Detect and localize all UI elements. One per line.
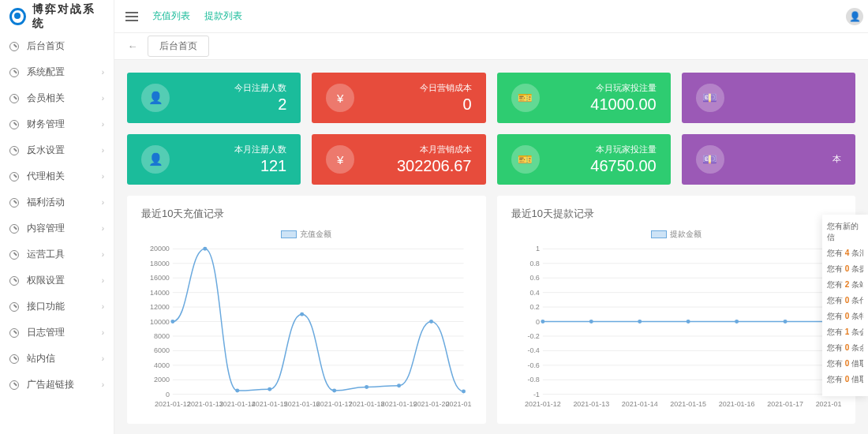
menu-item-icon (9, 146, 19, 155)
menu-item-label: 财务管理 (27, 118, 65, 131)
sidebar-item-content[interactable]: 内容管理› (0, 215, 114, 241)
notification-item[interactable]: 您有 0 条余 (827, 342, 863, 354)
stat-icon: 🎫 (511, 145, 540, 174)
main-area: 充值列表 提款列表 ← 后台首页 👤今日注册人数2¥今日营销成本0🎫今日玩家投注… (114, 0, 868, 434)
tab-home[interactable]: 后台首页 (148, 36, 209, 57)
menu-item-icon (9, 198, 19, 208)
stat-card: ¥本月营销成本302206.67 (312, 134, 485, 185)
chevron-right-icon: › (102, 146, 104, 155)
notification-item[interactable]: 您有 0 借取 (827, 374, 863, 385)
menu-item-icon (9, 380, 19, 390)
sidebar-item-home[interactable]: 后台首页 (0, 33, 114, 59)
notification-item[interactable]: 您有 0 条特 (827, 311, 863, 322)
hamburger-icon[interactable] (125, 12, 138, 21)
notification-header: 您有新的信 (827, 221, 863, 243)
notification-item[interactable]: 您有 4 条汇 (827, 248, 863, 259)
sidebar-item-welfare[interactable]: 福利活动› (0, 189, 114, 215)
stat-card: 💷 (682, 73, 855, 123)
stat-label: 今日营销成本 (354, 82, 471, 94)
stat-value: 46750.00 (540, 157, 657, 175)
svg-text:0.2: 0.2 (529, 303, 539, 311)
chart-panel-withdraw: 最近10天提款记录 提款金额 -1-0.8-0.6-0.4-0.200.20.4… (497, 196, 856, 424)
sidebar: 博弈对战系统 后台首页系统配置›会员相关›财务管理›反水设置›代理相关›福利活动… (0, 0, 114, 434)
stat-label: 本月注册人数 (170, 144, 286, 155)
sidebar-item-api[interactable]: 接口功能› (0, 294, 114, 320)
menu-item-label: 会员相关 (27, 92, 65, 105)
svg-text:-0.2: -0.2 (527, 332, 539, 340)
menu-item-label: 后台首页 (27, 39, 65, 53)
stat-icon: ¥ (326, 84, 354, 112)
sidebar-item-log[interactable]: 日志管理› (0, 320, 114, 346)
stat-label: 今日注册人数 (170, 82, 286, 94)
chevron-right-icon: › (102, 198, 104, 207)
svg-text:2021-01-17: 2021-01-17 (316, 400, 353, 408)
chart-recharge: 0200040006000800010000120001400016000180… (141, 245, 472, 410)
menu-item-icon (9, 276, 19, 286)
menu-item-label: 广告超链接 (27, 378, 74, 391)
stat-card: ¥今日营销成本0 (312, 73, 485, 123)
svg-point-75 (735, 320, 739, 324)
stat-row-today: 👤今日注册人数2¥今日营销成本0🎫今日玩家投注量41000.00💷 (127, 73, 855, 123)
chevron-right-icon: › (102, 172, 104, 181)
sidebar-menu: 后台首页系统配置›会员相关›财务管理›反水设置›代理相关›福利活动›内容管理›运… (0, 33, 114, 398)
svg-point-39 (397, 383, 401, 387)
menu-item-icon (9, 68, 19, 77)
notification-item[interactable]: 您有 0 条提 (827, 264, 863, 275)
svg-point-37 (332, 389, 336, 393)
svg-text:2021-01-12: 2021-01-12 (524, 400, 560, 408)
svg-text:2021-01-14: 2021-01-14 (621, 400, 657, 408)
svg-point-74 (686, 320, 690, 324)
tab-prev-icon[interactable]: ← (125, 39, 140, 54)
stat-label: 今日玩家投注量 (540, 82, 657, 94)
sidebar-item-ad[interactable]: 广告超链接› (0, 372, 114, 398)
menu-item-icon (9, 94, 19, 103)
svg-text:0.8: 0.8 (529, 260, 539, 268)
svg-text:2021-01-12: 2021-01-12 (155, 400, 191, 408)
menu-item-icon (9, 120, 19, 129)
logo-icon (9, 8, 26, 25)
chart-legend: 充值金额 (141, 229, 472, 240)
avatar[interactable]: 👤 (846, 8, 863, 25)
menu-item-icon (9, 250, 19, 260)
topbar-link-withdraw[interactable]: 提款列表 (204, 9, 242, 23)
svg-point-41 (462, 390, 466, 394)
notification-item[interactable]: 您有 1 条会 (827, 327, 863, 338)
sidebar-item-mail[interactable]: 站内信› (0, 346, 114, 372)
svg-text:8000: 8000 (154, 332, 170, 340)
chart-withdraw: -1-0.8-0.6-0.4-0.200.20.40.60.812021-01-… (511, 245, 842, 410)
svg-point-73 (638, 320, 642, 324)
svg-text:2021-01-19: 2021-01-19 (381, 400, 417, 408)
brand-logo: 博弈对战系统 (0, 0, 114, 33)
stat-card: 👤本月注册人数121 (127, 134, 301, 185)
stat-icon: 💷 (696, 145, 724, 174)
sidebar-item-agent[interactable]: 代理相关› (0, 163, 114, 189)
svg-text:0.6: 0.6 (529, 274, 539, 282)
svg-text:14000: 14000 (150, 289, 170, 297)
sidebar-item-member[interactable]: 会员相关› (0, 85, 114, 111)
svg-point-72 (589, 320, 593, 324)
menu-item-label: 权限设置 (27, 274, 65, 287)
topbar-link-recharge[interactable]: 充值列表 (152, 9, 190, 23)
sidebar-item-perm[interactable]: 权限设置› (0, 268, 114, 294)
chevron-right-icon: › (102, 302, 104, 311)
sidebar-item-system[interactable]: 系统配置› (0, 59, 114, 85)
notification-item[interactable]: 您有 0 条代 (827, 295, 863, 306)
sidebar-item-finance[interactable]: 财务管理› (0, 111, 114, 137)
stat-icon: 🎫 (511, 84, 540, 112)
svg-text:2021-01-15: 2021-01-15 (252, 400, 288, 408)
svg-text:12000: 12000 (150, 303, 170, 311)
svg-text:2021-01-16: 2021-01-16 (718, 400, 754, 408)
sidebar-item-ops[interactable]: 运营工具› (0, 241, 114, 268)
notification-item[interactable]: 您有 2 条站 (827, 279, 863, 290)
svg-text:-0.6: -0.6 (527, 361, 539, 369)
stat-icon: 💷 (696, 84, 724, 112)
svg-text:-0.4: -0.4 (527, 346, 539, 354)
menu-item-label: 站内信 (27, 352, 55, 365)
svg-text:20000: 20000 (150, 245, 170, 253)
svg-text:16000: 16000 (150, 274, 170, 282)
sidebar-item-rebate[interactable]: 反水设置› (0, 137, 114, 163)
menu-item-icon (9, 354, 19, 364)
svg-text:2021-01-21: 2021-01-21 (446, 400, 472, 408)
svg-text:2021-01-17: 2021-01-17 (767, 400, 803, 408)
notification-item[interactable]: 您有 0 借取 (827, 358, 863, 369)
